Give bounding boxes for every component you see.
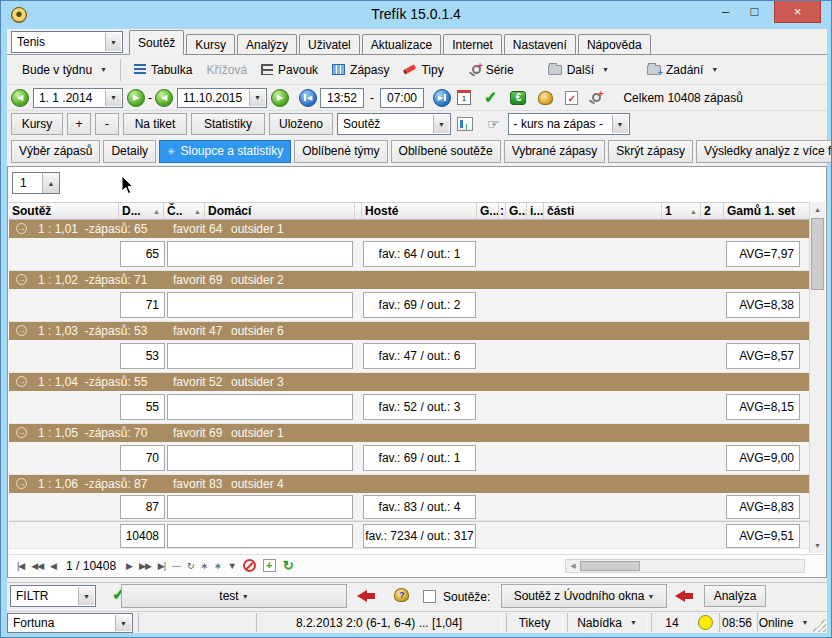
group-header[interactable]: → 1 : 1,06 -zápasů: 87 favorit 83 outsid… [9, 475, 810, 493]
chevron-down-icon[interactable]: ▼ [105, 33, 121, 51]
minimize-button[interactable]: – [711, 1, 740, 22]
col-g2[interactable]: G... [506, 203, 527, 219]
col-1[interactable]: 1▲ [662, 203, 701, 219]
tab-vyber-zapasu[interactable]: Výběr zápasů [11, 140, 100, 163]
date-to-prev-button[interactable]: ◀ [155, 89, 173, 107]
scroll-down-icon[interactable]: ▼ [810, 538, 825, 553]
tab-soutez[interactable]: Soutěž [129, 30, 184, 55]
nav-star2-button[interactable]: ∗ [214, 561, 221, 571]
col-c[interactable]: Č..▲ [164, 203, 205, 219]
expand-arrow-icon[interactable]: → [16, 376, 27, 387]
kurs-select[interactable]: - kurs na zápas - ▼ [508, 113, 630, 135]
group-header[interactable]: → 1 : 1,05 -zápasů: 70 favorit 69 outsid… [9, 424, 810, 442]
group-spinner[interactable]: 1 ▲ [12, 172, 60, 194]
horizontal-scrollbar[interactable]: ◀ [565, 559, 805, 573]
chevron-down-icon[interactable]: ▼ [433, 115, 449, 133]
tab-vysledky-analyz[interactable]: Výsledky analýz z více filtrů [696, 140, 832, 163]
col-domaci[interactable]: Domácí [205, 203, 355, 219]
col-2[interactable]: 2 [701, 203, 724, 219]
tab-napoveda[interactable]: Nápověda [578, 34, 651, 55]
chevron-down-icon[interactable]: ▼ [78, 587, 94, 605]
nav-fast-back-button[interactable]: ◀◀ [31, 561, 43, 571]
date-from-field[interactable]: 1. 1 .2014 ▼ [33, 88, 123, 108]
time-reset-back-button[interactable]: ◀ [299, 89, 317, 107]
group-header[interactable]: → 1 : 1,01 -zápasů: 65 favorit 64 outsid… [9, 220, 810, 238]
kursy-button[interactable]: Kursy [11, 113, 63, 135]
nav-next-button[interactable]: ▶ [126, 561, 132, 571]
vertical-scrollbar[interactable]: ▲ ▼ [809, 202, 825, 553]
expand-arrow-icon[interactable]: → [16, 274, 27, 285]
date-from-prev-button[interactable]: ◀ [11, 89, 29, 107]
refresh-icon[interactable]: ↻ [283, 558, 294, 573]
ulozeno-button[interactable]: Uloženo [269, 113, 333, 135]
minus-button[interactable]: - [95, 113, 119, 135]
serie-button[interactable]: + Série [465, 60, 521, 80]
time-from-field[interactable]: 13:52 [320, 88, 364, 108]
expand-arrow-icon[interactable]: → [16, 478, 27, 489]
apply-left-arrow-icon[interactable] [675, 590, 694, 602]
nav-star-button[interactable]: ∗ [201, 561, 208, 571]
date-to-next-button[interactable]: ▶ [271, 89, 289, 107]
tab-aktualizace[interactable]: Aktualizace [362, 34, 441, 55]
checklist-icon[interactable]: ✓ [565, 91, 578, 105]
apply-left-arrow-icon[interactable] [357, 590, 376, 602]
horizontal-scrollbar-thumb[interactable] [580, 561, 640, 571]
tab-nastaveni[interactable]: Nastavení [504, 34, 576, 55]
vertical-scrollbar-thumb[interactable] [811, 218, 824, 290]
apply-check-icon[interactable]: ✓ [484, 88, 497, 107]
nav-prev-button[interactable]: ◀ [50, 561, 56, 571]
analyza-button[interactable]: Analýza [704, 585, 766, 607]
tabulka-button[interactable]: Tabulka [127, 60, 199, 80]
sport-select[interactable]: Tenis ▼ [11, 31, 123, 53]
col-i[interactable]: i... [527, 203, 544, 219]
nav-minus-button[interactable]: — [172, 561, 180, 571]
col-casti[interactable]: části [544, 203, 662, 219]
dalsi-dropdown[interactable]: Další ▼ [541, 60, 616, 80]
col-gamu[interactable]: Gamů 1. set [724, 203, 799, 219]
cancel-filter-icon[interactable] [243, 559, 256, 572]
calendar-icon[interactable]: 1 [457, 90, 471, 105]
time-reset-fwd-button[interactable]: ▶ [433, 89, 451, 107]
plus-button[interactable]: + [67, 113, 91, 135]
add-record-icon[interactable]: + [263, 559, 276, 572]
group-header[interactable]: → 1 : 1,03 -zápasů: 53 favorit 47 outsid… [9, 322, 810, 340]
tab-detaily[interactable]: Detaily [103, 140, 156, 163]
expand-arrow-icon[interactable]: → [16, 427, 27, 438]
nav-fast-fwd-button[interactable]: ▶▶ [139, 561, 151, 571]
tab-uzivatel[interactable]: Uživatel [299, 34, 360, 55]
tikety-panel[interactable]: Tikety [506, 613, 563, 632]
search-plus-icon[interactable]: + [592, 93, 601, 102]
tipy-button[interactable]: Tipy [396, 60, 450, 80]
stamp-icon[interactable] [538, 91, 553, 105]
souteze-checkbox[interactable] [423, 590, 436, 603]
zapasy-button[interactable]: Zápasy [325, 60, 396, 80]
test-filter-button[interactable]: test ▼ [121, 584, 347, 608]
time-to-field[interactable]: 07:00 [380, 88, 424, 108]
nav-first-button[interactable]: |◀ [17, 561, 24, 571]
statistiky-button[interactable]: Statistiky [191, 113, 265, 135]
spinner-up-icon[interactable]: ▲ [42, 173, 59, 193]
maximize-button[interactable]: □ [740, 1, 769, 22]
resize-grip[interactable] [812, 618, 826, 632]
chevron-down-icon[interactable]: ▼ [105, 90, 121, 106]
col-hoste[interactable]: Hosté [362, 203, 477, 219]
filtr-select[interactable]: FILTR ▼ [10, 585, 96, 607]
pointing-hand-icon[interactable]: ☞ [487, 116, 500, 132]
tab-oblibene-tymy[interactable]: Oblíbené týmy [294, 140, 387, 163]
chevron-down-icon[interactable]: ▼ [249, 90, 265, 106]
euro-icon[interactable]: € [510, 91, 526, 105]
chevron-down-icon[interactable]: ▼ [612, 115, 628, 133]
close-button[interactable]: × [774, 1, 821, 23]
tab-analyzy[interactable]: Analýzy [237, 34, 297, 55]
col-soutez[interactable]: Soutěž [9, 203, 119, 219]
group-header[interactable]: → 1 : 1,02 -zápasů: 71 favorit 69 outsid… [9, 271, 810, 289]
chevron-down-icon[interactable]: ▼ [115, 615, 131, 631]
tab-kursy[interactable]: Kursy [186, 34, 235, 55]
nav-last-button[interactable]: ▶| [158, 561, 165, 571]
tab-vybrane-zapasy[interactable]: Vybrané zápasy [504, 140, 606, 163]
zadani-dropdown[interactable]: + Zadání ▼ [640, 60, 725, 80]
period-dropdown[interactable]: Bude v týdnu ▼ [15, 60, 114, 80]
nav-undo-button[interactable]: ↻ [187, 561, 194, 571]
soutez-select[interactable]: Soutěž ▼ [337, 113, 451, 135]
pavouk-button[interactable]: Pavouk [254, 60, 325, 80]
